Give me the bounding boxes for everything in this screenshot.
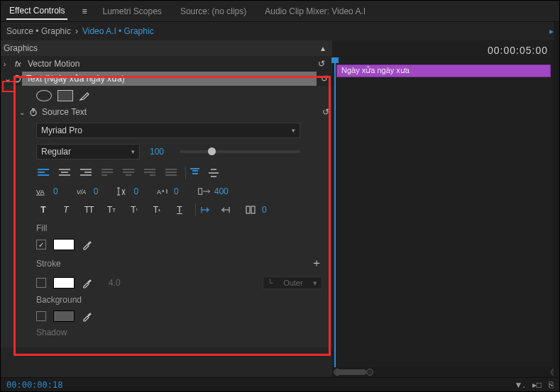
fx-badge-icon: fx [15, 60, 25, 68]
fill-checkbox[interactable]: ✓ [36, 240, 46, 250]
tategaki-field[interactable]: 0 [245, 205, 267, 215]
collapse-up-icon[interactable]: ▴ [321, 43, 325, 53]
faux-bold-icon[interactable]: T [36, 203, 50, 216]
vertical-scrollbar[interactable] [554, 22, 559, 377]
font-weight-select[interactable]: Regular ▾ [36, 144, 140, 159]
tab-source[interactable]: Source: (no clips) [177, 4, 249, 19]
timeline-end-timecode: 00:00:05:00 [488, 45, 548, 56]
background-checkbox[interactable] [36, 311, 46, 321]
font-family-select[interactable]: Myriad Pro ▾ [36, 123, 300, 138]
reset-icon[interactable]: ↺ [322, 107, 329, 117]
chevron-down-icon: ▾ [292, 127, 295, 134]
stroke-position-select[interactable]: └ Outer ▾ [263, 276, 322, 289]
timeline-clip[interactable]: Ngày xửa ngày xưa [336, 65, 551, 77]
background-color-swatch[interactable] [53, 310, 75, 322]
mask-pen-icon[interactable] [79, 90, 90, 101]
fill-color-swatch[interactable] [53, 239, 75, 250]
small-caps-icon[interactable]: TT [104, 203, 119, 216]
collapse-toggle-icon[interactable]: ⌄ [4, 74, 12, 84]
subscript-icon[interactable]: T₁ [150, 203, 164, 216]
toggle-animation-icon[interactable] [12, 74, 22, 83]
stroke-position-value: Outer [283, 279, 303, 287]
mask-ellipse-icon[interactable] [36, 90, 52, 101]
keyframe-nav-icon[interactable]: ▸□ [532, 380, 542, 390]
font-weight-value: Regular [41, 147, 71, 157]
valign-top-icon[interactable] [185, 167, 199, 179]
justify-last-center-icon[interactable] [121, 167, 136, 179]
all-caps-icon[interactable]: TT [82, 203, 96, 216]
justify-last-right-icon[interactable] [143, 167, 157, 179]
mask-rect-icon[interactable] [57, 90, 73, 101]
svg-point-0 [14, 76, 21, 82]
svg-text:A: A [157, 189, 161, 196]
tab-audio-mixer[interactable]: Audio Clip Mixer: Video A.I [262, 4, 368, 19]
eyedropper-icon[interactable] [82, 239, 93, 250]
svg-text:V/A: V/A [77, 189, 87, 196]
filter-icon[interactable]: ▼. [515, 380, 525, 390]
tsume-field[interactable]: 400 [197, 186, 229, 196]
stroke-width-value[interactable]: 4.0 [109, 278, 121, 288]
stroke-checkbox[interactable] [36, 278, 46, 288]
collapse-toggle-icon[interactable]: ⌄ [19, 108, 25, 116]
svg-rect-8 [198, 189, 202, 194]
playhead-icon[interactable] [334, 62, 336, 388]
tab-lumetri-scopes[interactable]: Lumetri Scopes [100, 4, 165, 19]
add-stroke-button[interactable]: ＋ [311, 256, 322, 271]
eyedropper-icon[interactable] [82, 310, 93, 322]
chevron-down-icon: ▾ [313, 279, 317, 288]
background-section-label: Background [36, 295, 322, 305]
export-icon[interactable]: ⎘ [549, 380, 554, 390]
graphics-header: Graphics [4, 43, 38, 53]
baseline-shift-field[interactable]: Aa 0 [157, 186, 179, 196]
reset-icon[interactable]: ↺ [317, 74, 332, 84]
chevron-down-icon: ▾ [131, 148, 135, 155]
tracking-field[interactable]: VA 0 [36, 186, 58, 196]
source-path-prefix: Source • Graphic [6, 26, 71, 36]
timeline-scrollbar[interactable] [332, 367, 559, 377]
source-text-label: Source Text [42, 107, 87, 117]
svg-rect-9 [246, 206, 250, 213]
ltr-text-icon[interactable] [195, 203, 209, 216]
tab-effect-controls[interactable]: Effect Controls [6, 3, 67, 20]
svg-rect-10 [251, 206, 255, 213]
faux-italic-icon[interactable]: T [59, 203, 73, 216]
fill-section-label: Fill [36, 223, 322, 233]
underline-icon[interactable]: T [172, 203, 187, 216]
expand-toggle-icon[interactable]: › [4, 60, 12, 68]
valign-middle-icon[interactable] [207, 167, 221, 179]
align-right-icon[interactable] [79, 167, 93, 179]
justify-last-left-icon[interactable] [100, 167, 114, 179]
justify-all-icon[interactable] [164, 167, 178, 179]
eyedropper-icon[interactable] [82, 277, 93, 289]
svg-text:a: a [162, 189, 165, 193]
leading-field[interactable]: 0 [116, 186, 138, 196]
font-family-value: Myriad Pro [41, 125, 82, 135]
font-size-value[interactable]: 100 [150, 147, 170, 157]
vector-motion-label[interactable]: Vector Motion [28, 59, 79, 69]
chevron-right-icon: › [75, 26, 78, 36]
svg-text:VA: VA [36, 189, 45, 196]
stroke-position-icon: └ [268, 279, 273, 287]
stopwatch-icon[interactable] [29, 108, 38, 116]
source-path-link[interactable]: Video A.I • Graphic [82, 26, 154, 36]
align-left-icon[interactable] [36, 167, 50, 179]
current-timecode[interactable]: 00:00:00:18 [6, 380, 62, 390]
align-center-icon[interactable] [57, 167, 72, 179]
stroke-color-swatch[interactable] [53, 277, 75, 289]
superscript-icon[interactable]: T¹ [127, 203, 141, 216]
stroke-section-label: Stroke [36, 259, 61, 269]
text-effect-row[interactable]: Text (Ngày xửa ngày xưa) [22, 72, 317, 86]
font-size-slider[interactable] [180, 150, 300, 153]
kerning-field[interactable]: V/A 0 [77, 186, 99, 196]
reset-icon[interactable]: ↺ [318, 59, 325, 69]
shadow-section-label: Shadow [36, 327, 322, 337]
panel-menu-icon[interactable]: ≡ [82, 6, 87, 16]
rtl-text-icon[interactable] [218, 203, 232, 216]
